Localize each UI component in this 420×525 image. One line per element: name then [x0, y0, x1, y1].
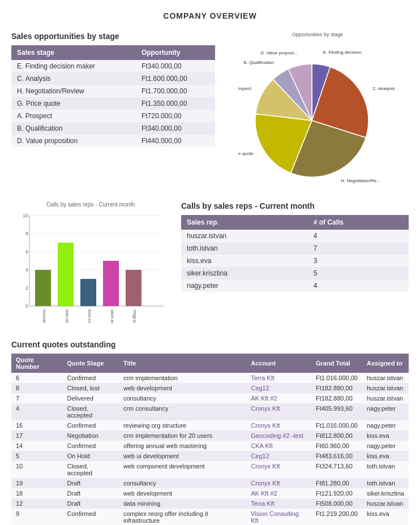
table-row: 18 Draft web development AK Kft #2 Ft121… — [11, 488, 409, 498]
svg-text:10: 10 — [23, 213, 28, 218]
table-row: G. Price quoteFt1.350.000,00 — [11, 97, 215, 110]
account-link: Terra Kft — [251, 375, 275, 381]
pie-svg: E. Finding decisionC. AnalysisH. Negotia… — [238, 38, 397, 186]
bar-chart: 0246810huszar.istvantoth.istvankiss.evas… — [17, 210, 164, 323]
svg-text:D. Value proposi...: D. Value proposi... — [260, 50, 297, 55]
account-link: Cronyx Kft — [251, 480, 280, 487]
svg-text:8: 8 — [25, 231, 28, 236]
bar-chart-svg: 0246810huszar.istvantoth.istvankiss.evas… — [17, 210, 164, 323]
calls-section-title: Calls by sales reps - Current month — [181, 201, 409, 210]
col-title: Title — [119, 354, 246, 373]
col-assigned-to: Assigned to — [362, 354, 409, 373]
table-row: 10 Closed, accepted web component develo… — [11, 461, 409, 478]
table-row: 5 On Hold web ui development Ceg12 Ft483… — [11, 451, 409, 461]
bar-chart-title: Calls by sales reps - Current month — [11, 201, 170, 208]
table-row: H. Negotiation/ReviewFt1.700.000,00 — [11, 85, 215, 97]
account-link: Vision Consulting Kft — [251, 510, 299, 524]
pie-chart-title: Opportunities by stage — [226, 32, 409, 37]
table-row: 6 Confirmed crm implementation Terra Kft… — [11, 373, 409, 383]
svg-rect-27 — [103, 261, 119, 306]
pie-chart: E. Finding decisionC. AnalysisH. Negotia… — [238, 38, 397, 186]
account-link: Ceg12 — [251, 453, 269, 459]
table-row: huszar.istvan4 — [181, 230, 409, 242]
table-row: 14 Confirmed offering annual web masteri… — [11, 441, 409, 451]
svg-text:0: 0 — [25, 303, 28, 309]
col-account: Account — [246, 354, 311, 373]
sales-opportunities-table: Sales stage Opportunity E. Finding decis… — [11, 45, 215, 147]
table-row: 19 Draft consultancy Cronyx Kft Ft81.280… — [11, 478, 409, 488]
table-row: 12 Draft data minining Terra Kft Ft508.0… — [11, 498, 409, 509]
account-link: Cronyx Kft — [251, 422, 280, 429]
table-row: nagy.peter4 — [181, 279, 409, 292]
table-row: toth.istvan7 — [181, 242, 409, 255]
col-opportunity: Opportunity — [136, 45, 215, 60]
svg-text:siker.krisztina: siker.krisztina — [110, 309, 115, 323]
col-quote-number: Quote Number — [11, 354, 63, 373]
table-row: D. Value propositionFt440.000,00 — [11, 135, 215, 147]
account-link: CKA Kft — [251, 442, 273, 449]
table-row: 9 Confirmed complex reorg offer includin… — [11, 509, 409, 525]
col-sales-stage: Sales stage — [11, 45, 136, 60]
account-link: Geocoding #2 -test — [251, 432, 303, 439]
account-link: Cronyx Kft — [251, 405, 280, 412]
account-link: AK Kft #2 — [251, 395, 277, 402]
table-row: 8 Closed, lost web development Ceg12 Ft1… — [11, 383, 409, 393]
sales-opportunities-title: Sales opportunities by stage — [11, 32, 215, 41]
svg-text:toth.istvan: toth.istvan — [65, 309, 70, 323]
table-row: C. AnalysisFt1.600.000,00 — [11, 72, 215, 85]
table-row: 16 Confirmed reviewing org structure Cro… — [11, 420, 409, 431]
table-row: 17 Negotiation crm implementation for 20… — [11, 431, 409, 441]
table-row: 4 Closed, accepted crm consultancy Crony… — [11, 403, 409, 420]
table-row: kiss.eva3 — [181, 255, 409, 267]
col-quote-stage: Quote Stage — [63, 354, 119, 373]
svg-text:H. Negotiation/Re...: H. Negotiation/Re... — [341, 178, 380, 183]
account-link: Cronyx Kft — [251, 463, 280, 470]
svg-text:B. Qualification: B. Qualification — [243, 60, 274, 65]
svg-text:4: 4 — [25, 267, 28, 273]
svg-text:2: 2 — [25, 285, 28, 291]
svg-text:G. Price quote: G. Price quote — [238, 151, 254, 156]
table-row: 7 Delivered consultancy AK Kft #2 Ft182.… — [11, 393, 409, 403]
account-link: Terra Kft — [251, 500, 275, 507]
svg-text:kiss.eva: kiss.eva — [87, 309, 92, 323]
svg-text:E. Finding decision: E. Finding decision — [323, 50, 362, 55]
svg-rect-25 — [80, 279, 96, 306]
col-calls: # of Calls — [308, 215, 409, 230]
svg-text:A. Prospect: A. Prospect — [238, 86, 252, 91]
svg-rect-29 — [126, 270, 142, 306]
col-grand-total: Grand Total — [311, 354, 362, 373]
svg-rect-23 — [58, 243, 74, 306]
account-link: Ceg12 — [251, 385, 269, 391]
table-row: siker.krisztina5 — [181, 267, 409, 279]
svg-text:6: 6 — [25, 249, 28, 255]
svg-text:nagy.peter: nagy.peter — [132, 309, 138, 323]
quotes-table: Quote Number Quote Stage Title Account G… — [11, 354, 409, 525]
table-row: E. Finding decision makerFt340.000,00 — [11, 60, 215, 72]
col-sales-rep: Sales rep. — [181, 215, 308, 230]
svg-text:huszar.istvan: huszar.istvan — [42, 309, 47, 323]
svg-text:C. Analysis: C. Analysis — [372, 86, 395, 91]
table-row: A. ProspectFt720.000,00 — [11, 110, 215, 122]
table-row: B. QualificationFt340.000,00 — [11, 122, 215, 135]
quotes-section-title: Current quotes outstanding — [11, 340, 409, 349]
calls-table: Sales rep. # of Calls huszar.istvan4toth… — [181, 215, 409, 292]
account-link: AK Kft #2 — [251, 490, 277, 497]
svg-rect-21 — [35, 270, 51, 306]
page-title: COMPANY OVERVIEW — [11, 11, 409, 20]
